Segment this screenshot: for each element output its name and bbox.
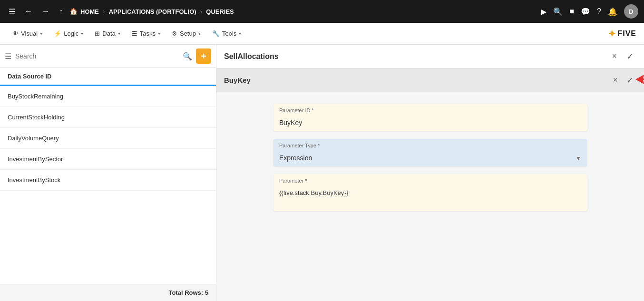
form-area: Parameter ID * Parameter Type * Expressi… (216, 92, 644, 301)
search-nav-icon[interactable]: 🔍 (553, 7, 563, 16)
menu-setup[interactable]: ⚙ Setup ▾ (167, 27, 205, 40)
close-icon: × (612, 51, 617, 61)
menu-visual[interactable]: 👁 Visual ▾ (8, 27, 47, 40)
data-chevron: ▾ (118, 31, 120, 36)
applications-breadcrumb[interactable]: APPLICATIONS (PORTFOLIO) (109, 8, 196, 15)
add-icon: + (201, 51, 206, 62)
tasks-label: Tasks (140, 30, 156, 37)
subpanel-close-icon: × (613, 75, 618, 85)
subpanel-header: BuyKey × ✓ (216, 68, 644, 92)
sidebar: ☰ 🔍 + Data Source ID BuyStockRemaining C… (0, 45, 216, 301)
menu-bar: 👁 Visual ▾ ⚡ Logic ▾ ⊞ Data ▾ ☰ Tasks ▾ … (0, 23, 644, 45)
logic-label: Logic (64, 30, 78, 37)
logic-icon: ⚡ (54, 30, 61, 37)
search-button[interactable]: 🔍 (183, 52, 192, 61)
panel-header-actions: × ✓ (609, 50, 636, 63)
table-row[interactable]: CurrentStockHolding (0, 107, 216, 128)
parameter-container: Parameter * {{five.stack.Buy.BuyKey}} (273, 174, 587, 211)
home-icon: 🏠 (69, 8, 78, 15)
add-button[interactable]: + (196, 49, 211, 64)
parameter-type-label: Parameter Type * (273, 139, 587, 150)
table-row[interactable]: BuyStockRemaining (0, 86, 216, 107)
menu-tools[interactable]: 🔧 Tools ▾ (207, 27, 246, 40)
avatar[interactable]: D (624, 4, 638, 19)
bell-icon[interactable]: 🔔 (608, 7, 617, 16)
data-icon: ⊞ (95, 30, 100, 37)
total-rows-label: Total Rows: 5 (168, 289, 208, 296)
help-icon[interactable]: ? (597, 7, 601, 16)
row-label: CurrentStockHolding (8, 114, 65, 121)
parameter-id-container: Parameter ID * (273, 104, 587, 131)
menu-button[interactable]: ☰ (6, 5, 18, 18)
logo-star-icon: ✦ (608, 28, 615, 39)
subpanel-close-button[interactable]: × (610, 74, 621, 86)
visual-label: Visual (21, 30, 38, 37)
parameter-type-select[interactable]: Expression Constant Field Session (273, 150, 587, 166)
queries-breadcrumb[interactable]: QUERIES (206, 8, 234, 15)
tools-label: Tools (222, 30, 236, 37)
row-label: BuyStockRemaining (8, 93, 63, 100)
menu-data[interactable]: ⊞ Data ▾ (90, 27, 125, 40)
menu-tasks[interactable]: ☰ Tasks ▾ (127, 27, 165, 40)
breadcrumb-sep-2: › (200, 8, 203, 15)
forward-icon: → (42, 7, 49, 16)
subpanel-title: BuyKey (224, 76, 251, 84)
panel-close-button[interactable]: × (609, 50, 620, 62)
data-label: Data (102, 30, 115, 37)
play-icon[interactable]: ▶ (541, 7, 546, 16)
row-label: InvestmentByStock (8, 176, 60, 184)
search-bar: ☰ 🔍 + (0, 45, 216, 68)
up-button[interactable]: ↑ (56, 5, 66, 18)
parameter-input[interactable]: {{five.stack.Buy.BuyKey}} (273, 185, 587, 209)
parameter-label: Parameter * (273, 174, 587, 185)
panel-header: SellAllocations × ✓ (216, 45, 644, 68)
parameter-type-container: Parameter Type * Expression Constant Fie… (273, 139, 587, 166)
chat-icon[interactable]: 💬 (581, 7, 590, 16)
setup-chevron: ▾ (198, 31, 201, 36)
column-header: Data Source ID (0, 68, 216, 86)
row-label: DailyVolumeQuery (8, 135, 59, 142)
top-navigation: ☰ ← → ↑ 🏠 HOME › APPLICATIONS (PORTFOLIO… (0, 0, 644, 23)
home-label[interactable]: HOME (80, 8, 99, 15)
logo-text: FIVE (617, 29, 636, 38)
visual-chevron: ▾ (40, 31, 42, 36)
table-row[interactable]: DailyVolumeQuery (0, 128, 216, 149)
search-input[interactable] (15, 52, 179, 60)
breadcrumb-sep-1: › (103, 8, 105, 15)
check-icon: ✓ (626, 52, 634, 61)
tools-icon: 🔧 (212, 30, 220, 37)
parameter-id-input[interactable] (273, 115, 587, 131)
panel-save-button[interactable]: ✓ (624, 50, 636, 63)
subpanel-check-icon: ✓ (626, 76, 634, 85)
parameter-id-label: Parameter ID * (273, 104, 587, 115)
tools-chevron: ▾ (239, 31, 241, 36)
avatar-label: D (629, 8, 633, 15)
right-panel: SellAllocations × ✓ BuyKey × ✓ (216, 45, 644, 301)
tasks-chevron: ▾ (158, 31, 160, 36)
back-icon: ← (25, 7, 32, 16)
visual-icon: 👁 (12, 30, 19, 37)
hamburger-icon: ☰ (9, 7, 15, 16)
table-footer: Total Rows: 5 (0, 284, 216, 301)
tasks-icon: ☰ (132, 30, 137, 37)
back-button[interactable]: ← (22, 5, 35, 18)
svg-marker-0 (635, 75, 644, 84)
up-icon: ↑ (59, 7, 63, 16)
table-row[interactable]: InvestmentBySector (0, 149, 216, 170)
main-content: ☰ 🔍 + Data Source ID BuyStockRemaining C… (0, 45, 644, 301)
menu-logic[interactable]: ⚡ Logic ▾ (49, 27, 88, 40)
row-label: InvestmentBySector (8, 155, 63, 163)
column-header-label: Data Source ID (8, 73, 51, 80)
five-logo: ✦ FIVE (608, 28, 636, 39)
logic-chevron: ▾ (81, 31, 83, 36)
panel-title: SellAllocations (224, 52, 279, 61)
setup-icon: ⚙ (172, 30, 177, 37)
setup-label: Setup (180, 30, 196, 37)
arrow-indicator-icon (634, 73, 644, 86)
table-rows: BuyStockRemaining CurrentStockHolding Da… (0, 86, 216, 284)
subpanel-actions: × ✓ (610, 74, 636, 87)
forward-button[interactable]: → (39, 5, 52, 18)
table-row[interactable]: InvestmentByStock (0, 170, 216, 191)
filter-icon: ☰ (5, 52, 11, 61)
stop-icon[interactable]: ■ (569, 7, 574, 16)
